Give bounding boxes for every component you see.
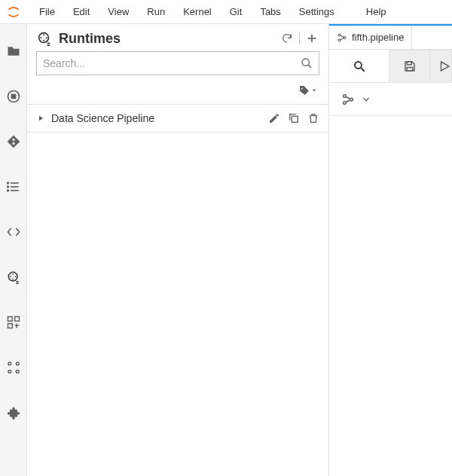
runtime-label: Data Science Pipeline xyxy=(51,112,154,124)
svg-rect-27 xyxy=(292,116,298,122)
svg-rect-36 xyxy=(407,68,413,72)
git-icon[interactable] xyxy=(0,119,27,164)
refresh-button[interactable] xyxy=(279,31,295,46)
palette-bar xyxy=(329,83,452,116)
runtimes-panel: Runtimes xyxy=(27,24,329,476)
component-catalog-icon[interactable] xyxy=(0,345,27,390)
palette-nodes-icon[interactable] xyxy=(341,93,355,106)
pipeline-components-icon[interactable] xyxy=(0,300,27,345)
menu-file[interactable]: File xyxy=(30,2,64,22)
menu-settings[interactable]: Settings xyxy=(290,2,344,22)
svg-rect-12 xyxy=(14,317,19,322)
main-menu: File Edit View Run Kernel Git Tabs Setti… xyxy=(30,2,396,22)
toolbar-search-icon[interactable] xyxy=(353,60,366,73)
svg-rect-35 xyxy=(407,62,411,65)
svg-line-26 xyxy=(308,65,311,68)
edit-button[interactable] xyxy=(268,112,280,124)
menu-kernel[interactable]: Kernel xyxy=(174,2,221,22)
svg-rect-1 xyxy=(11,94,16,99)
toc-icon[interactable] xyxy=(0,164,27,209)
pipeline-canvas[interactable] xyxy=(329,116,452,476)
svg-line-34 xyxy=(361,68,365,72)
svg-point-18 xyxy=(8,370,11,373)
search-box xyxy=(36,51,319,75)
jupyter-logo xyxy=(6,5,21,20)
file-browser-icon[interactable] xyxy=(0,29,27,74)
svg-point-25 xyxy=(302,59,309,66)
svg-point-5 xyxy=(7,182,8,184)
runtimes-icon[interactable] xyxy=(0,255,27,300)
activity-bar xyxy=(0,24,27,476)
svg-point-7 xyxy=(7,190,8,191)
runtimes-title-icon xyxy=(36,30,53,47)
save-button[interactable] xyxy=(403,60,417,73)
svg-point-16 xyxy=(8,362,11,365)
menu-help[interactable]: Help xyxy=(357,2,396,22)
search-input[interactable] xyxy=(43,57,301,69)
runtimes-list: Data Science Pipeline xyxy=(27,104,328,133)
expand-caret-icon[interactable] xyxy=(36,114,45,123)
add-button[interactable] xyxy=(304,31,319,46)
duplicate-button[interactable] xyxy=(288,112,300,124)
extension-manager-icon[interactable] xyxy=(0,390,27,435)
panel-title: Runtimes xyxy=(59,31,121,47)
svg-marker-37 xyxy=(441,62,450,71)
menu-tabs[interactable]: Tabs xyxy=(251,2,289,22)
search-icon[interactable] xyxy=(301,57,313,69)
svg-point-17 xyxy=(16,362,19,365)
palette-dropdown-icon[interactable] xyxy=(361,94,371,105)
menu-view[interactable]: View xyxy=(99,2,138,22)
tab-label: fifth.pipeline xyxy=(352,32,404,43)
svg-line-32 xyxy=(341,38,344,39)
editor-toolbar xyxy=(329,50,452,83)
menu-git[interactable]: Git xyxy=(221,2,252,22)
svg-rect-13 xyxy=(8,324,12,328)
svg-point-33 xyxy=(355,62,362,69)
running-terminals-icon[interactable] xyxy=(0,74,27,119)
delete-button[interactable] xyxy=(307,112,319,124)
tab-pipeline[interactable]: fifth.pipeline xyxy=(329,26,412,49)
tab-bar: fifth.pipeline xyxy=(329,26,452,50)
tag-filter-button[interactable] xyxy=(298,84,318,96)
svg-point-19 xyxy=(16,370,19,373)
code-snippets-icon[interactable] xyxy=(0,209,27,255)
svg-line-41 xyxy=(346,96,350,99)
menu-run[interactable]: Run xyxy=(138,2,174,22)
svg-rect-11 xyxy=(8,317,12,322)
list-item[interactable]: Data Science Pipeline xyxy=(27,105,328,133)
pipeline-file-icon xyxy=(337,32,347,43)
run-pipeline-button[interactable] xyxy=(438,60,451,73)
svg-line-31 xyxy=(341,35,344,37)
svg-point-6 xyxy=(7,186,8,188)
divider xyxy=(299,32,300,44)
menu-edit[interactable]: Edit xyxy=(64,2,99,22)
svg-line-42 xyxy=(346,99,350,102)
editor-area: fifth.pipeline xyxy=(329,24,452,476)
